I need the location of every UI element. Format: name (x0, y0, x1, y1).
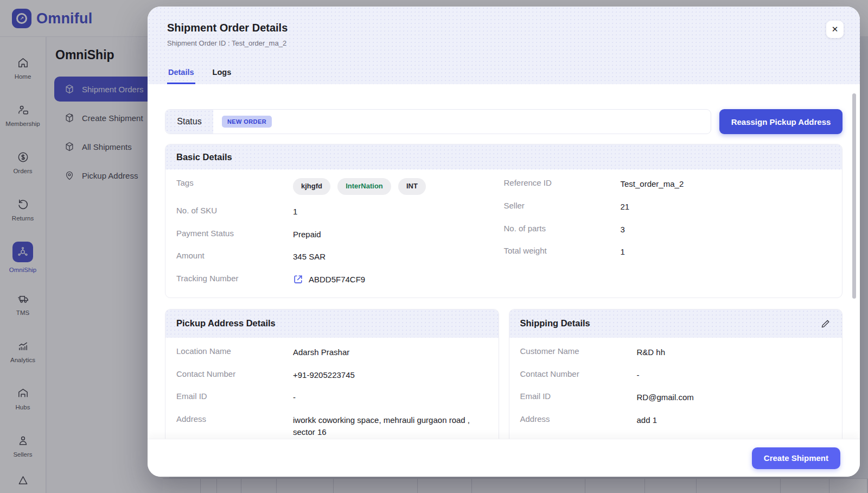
row-payment-status: Payment Status Prepaid (176, 223, 504, 246)
row-tracking-number: Tracking Number ABDD5F74CF9 (176, 268, 504, 291)
reassign-pickup-address-button[interactable]: Reassign Pickup Address (719, 109, 843, 134)
external-link-icon[interactable] (293, 274, 303, 285)
close-icon[interactable]: ✕ (826, 21, 844, 38)
shipment-order-details-modal: Shipment Order Details Shipment Order ID… (148, 7, 860, 477)
basic-details-card: Basic Details Tags kjhgfd InterNation IN… (165, 144, 843, 298)
modal-title: Shipment Order Details (167, 22, 840, 34)
status-label: Status (165, 110, 213, 134)
row-pickup-contact: Contact Number +91-9205223745 (176, 364, 488, 387)
modal-scrollbar[interactable] (852, 93, 856, 299)
pickup-details-header: Pickup Address Details (165, 309, 499, 338)
tag-pill: INT (398, 178, 426, 195)
row-tags: Tags kjhgfd InterNation INT (176, 173, 504, 200)
shipping-details-header: Shipping Details (509, 309, 843, 338)
tags-pills: kjhgfd InterNation INT (293, 178, 431, 195)
modal-body: Status NEW ORDER Reassign Pickup Address… (148, 84, 860, 477)
row-shipping-email: Email ID RD@gmail.com (520, 386, 832, 409)
edit-pencil-icon[interactable] (820, 318, 831, 329)
row-total-weight: Total weight 1 (504, 241, 832, 263)
row-amount: Amount 345 SAR (176, 245, 504, 268)
row-seller: Seller 21 (504, 195, 832, 218)
tab-details[interactable]: Details (167, 68, 195, 84)
status-badge: NEW ORDER (222, 116, 272, 128)
row-shipping-address: Address add 1 (520, 409, 832, 432)
basic-details-header: Basic Details (165, 144, 842, 169)
create-shipment-button[interactable]: Create Shipment (752, 447, 840, 469)
row-no-of-parts: No. of parts 3 (504, 218, 832, 241)
modal-subtitle: Shipment Order ID : Test_order_ma_2 (167, 39, 840, 47)
row-location-name: Location Name Adarsh Prashar (176, 341, 488, 364)
row-reference-id: Reference ID Test_order_ma_2 (504, 173, 832, 195)
row-no-of-sku: No. of SKU 1 (176, 200, 504, 223)
row-customer-name: Customer Name R&D hh (520, 341, 832, 364)
tag-pill: InterNation (337, 178, 391, 195)
row-shipping-contact: Contact Number - (520, 364, 832, 387)
row-pickup-email: Email ID - (176, 386, 488, 409)
tag-pill: kjhgfd (293, 178, 330, 195)
tracking-number-value: ABDD5F74CF9 (309, 274, 365, 286)
modal-header: Shipment Order Details Shipment Order ID… (148, 7, 860, 84)
tab-logs[interactable]: Logs (212, 68, 233, 84)
modal-tabs: Details Logs (167, 68, 232, 84)
status-row: Status NEW ORDER (165, 109, 711, 134)
modal-footer: Create Shipment (148, 439, 860, 477)
